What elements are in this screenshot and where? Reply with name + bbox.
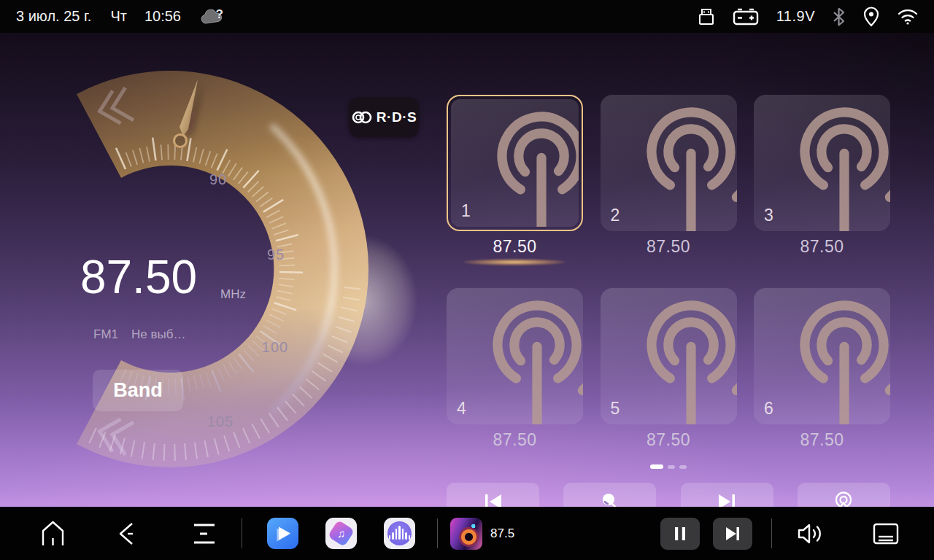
scan-button[interactable] [563, 483, 656, 507]
volume-icon [797, 522, 825, 545]
home-icon [41, 521, 65, 547]
stations-button[interactable] [798, 483, 890, 507]
broadcast-icon [621, 99, 737, 231]
menu-icon [193, 523, 216, 545]
usb-icon [698, 7, 715, 27]
preset-frequency: 87.50 [447, 430, 583, 450]
weather-icon[interactable]: ? [200, 7, 225, 26]
nav-separator [437, 518, 438, 548]
preset-tile[interactable]: 4 [447, 288, 583, 424]
music-note-glyph: ♫ [337, 527, 345, 540]
skip-next-icon [717, 494, 736, 507]
skip-next-icon [725, 526, 741, 541]
preset-1[interactable]: 187.50 [447, 95, 583, 257]
pause-button[interactable] [660, 507, 700, 560]
broadcast-icon [774, 99, 890, 231]
display-button[interactable] [870, 507, 902, 560]
dial-scale-105: 105 [198, 413, 242, 430]
station-name: Не выб… [131, 327, 185, 342]
preset-frequency: 87.50 [447, 237, 583, 257]
back-icon [116, 521, 139, 547]
preset-frequency: 87.50 [754, 237, 890, 257]
radio-main-screen: 90 95 100 105 87.50 MHz FM1 Не выб… Band… [0, 33, 934, 507]
preset-frequency: 87.50 [601, 237, 737, 257]
preset-tile[interactable]: 6 [754, 288, 890, 424]
search-icon [601, 492, 620, 507]
band-button[interactable]: Band [93, 370, 183, 411]
status-day: Чт [110, 8, 127, 25]
preset-6[interactable]: 687.50 [754, 288, 890, 450]
preset-5[interactable]: 587.50 [601, 288, 737, 450]
wifi-icon[interactable] [898, 8, 918, 26]
broadcast-icon [621, 292, 737, 424]
preset-number: 1 [461, 201, 471, 221]
skip-previous-icon [484, 494, 503, 507]
album-art [450, 518, 482, 550]
bluetooth-icon[interactable] [833, 7, 845, 26]
location-icon[interactable] [862, 7, 880, 27]
preset-tile[interactable]: 5 [601, 288, 737, 424]
broadcast-icon [471, 104, 579, 227]
battery-icon [733, 7, 759, 26]
menu-button[interactable] [188, 507, 220, 560]
rds-rings-icon [351, 109, 374, 125]
preset-number: 4 [457, 399, 466, 419]
preset-number: 6 [764, 399, 773, 419]
rds-label: R·D·S [377, 109, 417, 125]
dial-scale-100: 100 [253, 339, 297, 356]
home-button[interactable] [36, 507, 69, 560]
pager-dot-2[interactable] [668, 465, 675, 469]
dial-scale-95: 95 [254, 246, 298, 263]
frequency-unit: MHz [220, 287, 246, 302]
dial-scale-90: 90 [196, 171, 240, 188]
preset-3[interactable]: 387.50 [754, 95, 890, 257]
preset-tile[interactable]: 1 [447, 95, 583, 231]
preset-4[interactable]: 487.50 [447, 288, 583, 450]
frequency-readout: 87.50 [51, 252, 226, 303]
antenna-icon [833, 491, 854, 507]
seek-next-button[interactable] [681, 483, 773, 507]
play-app-icon [267, 518, 298, 549]
selected-glow [463, 259, 566, 265]
preset-2[interactable]: 287.50 [601, 95, 737, 257]
preset-number: 2 [611, 206, 620, 225]
nav-bar: ♫ 87.5 [0, 507, 934, 560]
voltage-readout: 11.9V [776, 8, 815, 25]
rds-badge: R·D·S [349, 97, 419, 137]
now-playing-frequency: 87.5 [490, 507, 514, 560]
next-track-button[interactable] [713, 507, 752, 560]
band-label: FM1 [93, 327, 118, 342]
status-date: 3 июл. 25 г. [16, 8, 91, 25]
status-time: 10:56 [144, 8, 181, 25]
preset-frequency: 87.50 [601, 430, 737, 450]
app-music-shortcut[interactable]: ♫ [325, 507, 357, 560]
pager-dot-1[interactable] [650, 464, 663, 469]
pause-icon [674, 526, 686, 541]
tuner-controls [447, 483, 890, 507]
now-playing-art[interactable] [450, 507, 482, 560]
volume-button[interactable] [795, 507, 827, 560]
nav-separator [242, 518, 242, 548]
display-icon [873, 523, 899, 545]
preset-frequency: 87.50 [754, 430, 890, 450]
music-app-icon: ♫ [325, 518, 357, 549]
preset-tile[interactable]: 2 [601, 95, 737, 231]
app-play-shortcut[interactable] [267, 507, 298, 560]
visualizer-app-icon [384, 518, 415, 549]
pager-dots[interactable] [447, 464, 890, 469]
back-button[interactable] [112, 507, 144, 560]
seek-previous-button[interactable] [447, 483, 539, 507]
preset-number: 5 [611, 399, 620, 419]
nav-separator [771, 518, 772, 548]
broadcast-icon [774, 292, 890, 424]
pager-dot-3[interactable] [679, 465, 687, 469]
app-visualizer-shortcut[interactable] [384, 507, 415, 560]
broadcast-icon [467, 292, 583, 424]
status-bar: 3 июл. 25 г. Чт 10:56 ? 11 [0, 0, 934, 33]
preset-tile[interactable]: 3 [754, 95, 890, 231]
preset-number: 3 [764, 206, 773, 225]
